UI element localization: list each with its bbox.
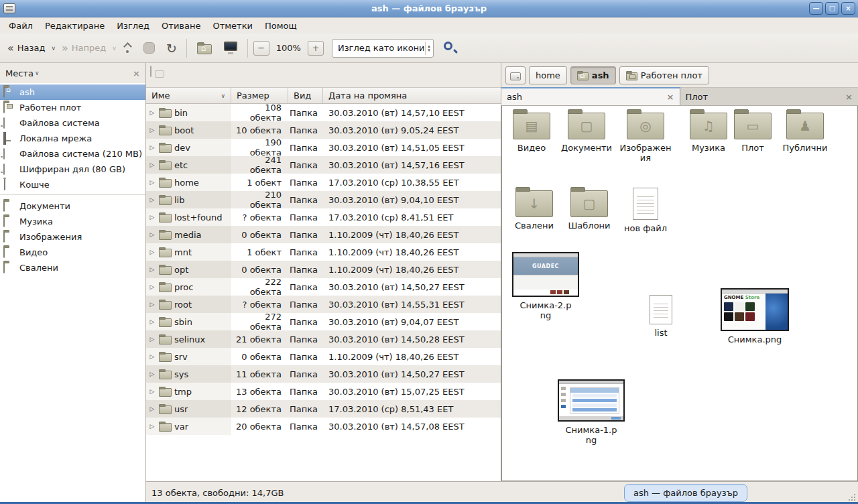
expander-icon[interactable]: ▷ (148, 284, 156, 290)
sidebar-place[interactable]: Файлова система (0, 115, 145, 131)
menu-item[interactable]: Редактиране (39, 19, 111, 32)
column-header-size[interactable]: Размер (231, 88, 288, 103)
tab-close-icon[interactable]: × (845, 92, 853, 102)
table-row[interactable]: ▷ root ? обекта Папка 30.03.2010 (вт) 14… (146, 296, 501, 313)
table-row[interactable]: ▷ etc 241 обекта Папка 30.03.2010 (вт) 1… (146, 156, 501, 174)
menu-item[interactable]: Отиване (156, 19, 206, 32)
table-row[interactable]: ▷ srv 0 обекта Папка 1.10.2009 (чт) 18,4… (146, 348, 501, 365)
sidebar-place[interactable]: Видео (0, 245, 145, 260)
tab-ash[interactable]: ash × (501, 87, 680, 105)
home-button[interactable] (197, 44, 212, 54)
icon-item-documents[interactable]: ▢ Документи (558, 113, 615, 153)
table-row[interactable]: ▷ home 1 обект Папка 17.03.2010 (ср) 10,… (146, 174, 501, 191)
icon-item-new-file[interactable]: нов файл (617, 188, 674, 233)
expander-icon[interactable]: ▷ (148, 162, 156, 168)
expander-icon[interactable]: ▷ (148, 249, 156, 255)
expander-icon[interactable]: ▷ (148, 109, 156, 116)
expander-icon[interactable]: ▷ (148, 371, 156, 377)
icon-item-public[interactable]: ♟ Публични (776, 113, 835, 153)
table-row[interactable]: ▷ tmp 13 обекта Папка 30.03.2010 (вт) 15… (146, 383, 501, 400)
expander-icon[interactable]: ▷ (148, 388, 156, 395)
pathbar-desktop-button[interactable]: Работен плот (619, 66, 709, 84)
pathbar-home-button[interactable]: home (529, 66, 567, 84)
expander-icon[interactable]: ▷ (148, 353, 156, 360)
reload-button[interactable]: ↻ (162, 41, 181, 56)
expander-icon[interactable]: ▷ (148, 179, 156, 186)
column-header-name[interactable]: Име ∨ (146, 88, 231, 103)
expander-icon[interactable]: ▷ (148, 266, 156, 273)
up-button[interactable] (119, 41, 136, 56)
tab-plot[interactable]: Плот × (680, 87, 858, 105)
resize-grip[interactable] (848, 493, 856, 501)
table-row[interactable]: ▷ lib 210 обекта Папка 30.03.2010 (вт) 9… (146, 191, 501, 208)
table-row[interactable]: ▷ lost+found ? обекта Папка 17.03.2010 (… (146, 208, 501, 226)
table-row[interactable]: ▷ proc 222 обекта Папка 30.03.2010 (вт) … (146, 278, 501, 296)
sidebar-place[interactable]: Локална мрежа (0, 131, 145, 146)
table-row[interactable]: ▷ boot 10 обекта Папка 30.03.2010 (вт) 9… (146, 121, 501, 139)
sidebar-place[interactable]: ash (0, 84, 145, 100)
forward-dropdown-icon[interactable]: ∨ (112, 45, 117, 52)
sidebar-place[interactable]: Музика (0, 214, 145, 229)
back-button[interactable]: « Назад (4, 40, 48, 56)
table-row[interactable]: ▷ mnt 1 обект Папка 1.10.2009 (чт) 18,40… (146, 243, 501, 261)
view-mode-select[interactable]: Изглед като икони ▴▾ (332, 39, 434, 58)
expander-icon[interactable]: ▷ (148, 127, 156, 133)
table-row[interactable]: ▷ usr 12 обекта Папка 17.03.2010 (ср) 8,… (146, 400, 501, 418)
computer-button[interactable] (224, 42, 237, 51)
icon-view[interactable]: ▤ Видео ▢ Документи ◎ Изображения ♫ (501, 106, 858, 481)
table-row[interactable]: ▷ bin 108 обекта Папка 30.03.2010 (вт) 1… (146, 104, 501, 121)
sidebar-place[interactable]: Работен плот (0, 100, 145, 115)
icon-item-video[interactable]: ▤ Видео (503, 113, 560, 153)
stop-button[interactable] (143, 42, 155, 54)
expander-icon[interactable]: ▷ (148, 144, 156, 151)
sidebar-place[interactable]: Шифриран дял (80 GB) (0, 162, 145, 177)
search-button[interactable] (442, 40, 459, 57)
icon-item-snimka[interactable]: GNOME Store Снимка.png (718, 288, 792, 344)
table-row[interactable]: ▷ media 0 обекта Папка 1.10.2009 (чт) 18… (146, 226, 501, 243)
icon-item-snimka1[interactable]: Снимка-1.png (556, 379, 626, 445)
sidebar-place[interactable]: Документи (0, 198, 145, 214)
expander-icon[interactable]: ▷ (148, 318, 156, 325)
pathbar-root-button[interactable] (505, 66, 526, 84)
zoom-in-button[interactable]: + (308, 41, 324, 56)
column-header-type[interactable]: Вид (288, 88, 323, 103)
sidebar-title[interactable]: Места (5, 68, 34, 78)
location-button[interactable] (150, 66, 151, 77)
pathbar-current-button[interactable]: ash (570, 66, 616, 84)
zoom-out-button[interactable]: − (253, 41, 269, 56)
icon-item-snimka2[interactable]: GUADEC Снимка-2.png (511, 252, 580, 320)
minimize-button[interactable]: — (809, 2, 823, 15)
sidebar-close-icon[interactable]: × (133, 68, 140, 78)
chevron-down-icon[interactable]: ∨ (35, 70, 40, 76)
expander-icon[interactable]: ▷ (148, 301, 156, 308)
forward-button[interactable]: » Напред (58, 40, 109, 56)
sidebar-place[interactable]: Файлова система (210 MB) (0, 146, 145, 162)
expander-icon[interactable]: ▷ (148, 214, 156, 220)
icon-item-downloads[interactable]: ↓ Свалени (506, 190, 562, 231)
table-row[interactable]: ▷ selinux 21 обекта Папка 30.03.2010 (вт… (146, 330, 501, 348)
expander-icon[interactable]: ▷ (148, 405, 156, 412)
sidebar-place[interactable]: Изображения (0, 229, 145, 245)
menu-item[interactable]: Изглед (111, 19, 156, 32)
icon-item-pictures[interactable]: ◎ Изображения (617, 113, 674, 163)
table-row[interactable]: ▷ sbin 272 обекта Папка 30.03.2010 (вт) … (146, 313, 501, 330)
icon-item-list[interactable]: list (641, 295, 681, 338)
table-row[interactable]: ▷ var 20 обекта Папка 30.03.2010 (вт) 14… (146, 418, 501, 435)
menu-item[interactable]: Файл (3, 19, 39, 32)
icon-item-templates[interactable]: ▢ Шаблони (561, 190, 617, 231)
expander-icon[interactable]: ▷ (148, 423, 156, 430)
taskbar-window-button[interactable]: ash — файлов браузър (624, 484, 747, 502)
menu-item[interactable]: Помощ (259, 19, 303, 32)
table-row[interactable]: ▷ opt 0 обекта Папка 1.10.2009 (чт) 18,4… (146, 261, 501, 278)
maximize-button[interactable]: □ (825, 2, 839, 15)
expander-icon[interactable]: ▷ (148, 231, 156, 238)
sidebar-place[interactable]: Свалени (0, 260, 145, 275)
sidebar-place[interactable]: Кошче (0, 177, 145, 192)
menu-item[interactable]: Отметки (206, 19, 258, 32)
column-header-date[interactable]: Дата на промяна (323, 88, 501, 103)
tab-close-icon[interactable]: × (667, 92, 674, 102)
icon-item-desktop[interactable]: ▭ Плот (729, 113, 777, 153)
expander-icon[interactable]: ▷ (148, 196, 156, 203)
close-button[interactable]: × (841, 2, 855, 15)
back-dropdown-icon[interactable]: ∨ (51, 45, 56, 52)
